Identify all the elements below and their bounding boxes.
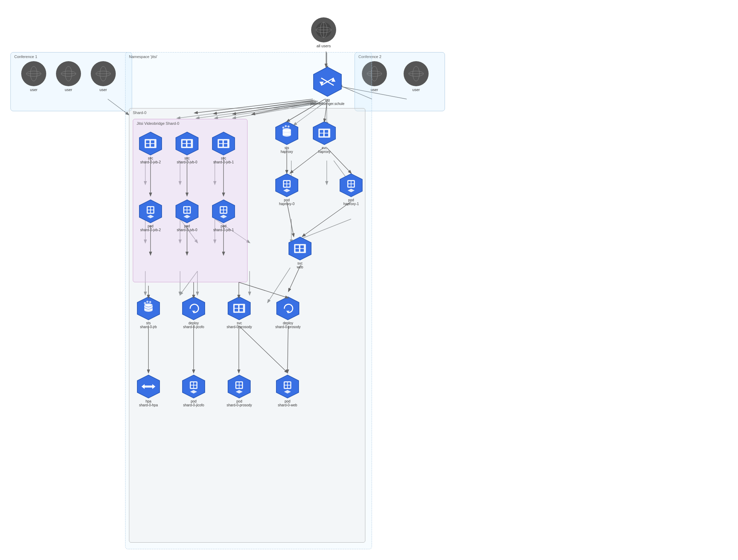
svg-rect-197: [348, 184, 351, 187]
svg-rect-87: [187, 207, 190, 210]
svg-rect-116: [240, 309, 243, 311]
haproxy-pod1: pod haproxy-1: [339, 173, 363, 206]
diagram-container: all users Conference 1 user user user Co: [0, 0, 738, 560]
jvb-group-label: Jitsi Videobridge Shard-0: [137, 121, 179, 125]
web-svc: svc web: [288, 236, 312, 269]
deploy-prosody-name-label: shard-0-prosody: [275, 325, 301, 329]
svg-rect-62: [181, 139, 193, 148]
svc-prosody-name-label: shard-0-prosody: [227, 325, 252, 329]
pod-jvb2-name-label: shard-0-jvb-2: [140, 228, 161, 232]
svg-rect-89: [187, 210, 190, 213]
pod-jicofo-type-label: pod: [191, 399, 197, 403]
svg-rect-191: [287, 184, 290, 187]
all-users-icon: all users: [311, 17, 336, 48]
haproxy-svc-name-label: haproxy: [318, 150, 331, 154]
svg-point-164: [285, 125, 287, 127]
hpa-type-label: hpa: [146, 399, 152, 403]
svg-rect-82: [151, 210, 153, 213]
haproxy-sts: sts haproxy: [275, 121, 299, 154]
conf1-user2-globe: [56, 61, 81, 86]
conf2-user2-label: user: [412, 88, 420, 92]
svg-rect-72: [224, 144, 227, 147]
jvb-group-box: Jitsi Videobridge Shard-0 svc shard-0-jv…: [133, 119, 248, 282]
sts-jrb-type-label: sts: [146, 321, 151, 325]
all-users-globe: [311, 17, 336, 42]
svg-rect-170: [320, 133, 323, 136]
svg-rect-145: [240, 385, 242, 388]
svg-rect-143: [240, 382, 242, 385]
conf1-user1-globe: [21, 61, 46, 86]
svg-rect-190: [284, 184, 286, 187]
svg-rect-205: [300, 249, 304, 252]
svc-jvb1-type-label: svc: [221, 156, 226, 160]
hpa-name-label: shard-0-hpa: [139, 403, 158, 407]
svg-rect-68: [218, 139, 229, 148]
svg-rect-144: [236, 385, 239, 388]
deploy-prosody-type-label: deploy: [283, 321, 293, 325]
svg-rect-152: [288, 385, 290, 388]
conf2-user2-globe: [404, 61, 429, 86]
haproxy-pod1-type-label: pod: [348, 198, 354, 202]
pod-web: pod shard-0-web: [275, 374, 300, 407]
pod-jicofo: pod shard-0-jicofo: [181, 374, 206, 407]
svg-rect-86: [184, 207, 187, 210]
svg-rect-63: [183, 140, 186, 143]
ingress-name-label: jitsi.messenger.schule: [310, 102, 344, 106]
svg-rect-66: [187, 144, 191, 147]
svg-rect-132: [145, 385, 152, 388]
svg-rect-151: [285, 385, 287, 388]
svg-rect-189: [287, 181, 290, 184]
deploy-prosody: deploy shard-0-prosody: [275, 296, 301, 329]
svc-jvb0-name-label: shard-0-jvb-0: [177, 160, 197, 164]
svc-jvb2-type-label: svc: [148, 156, 153, 160]
svg-line-123: [239, 282, 288, 298]
svg-point-106: [144, 302, 146, 304]
svg-rect-70: [224, 140, 227, 143]
haproxy-sts-name-label: haproxy: [281, 150, 293, 154]
svg-point-165: [287, 125, 290, 128]
svg-rect-59: [146, 144, 149, 147]
ingress-icon: ing jitsi.messenger.schule: [310, 66, 344, 106]
conference1-label: Conference 1: [14, 55, 37, 59]
svg-rect-168: [320, 130, 323, 133]
svg-line-127: [239, 326, 287, 373]
web-svc-type-label: svc: [298, 261, 303, 265]
sts-jrb: sts shard-0-jrb: [136, 296, 161, 329]
conference1-box: Conference 1 user user user: [10, 52, 132, 111]
conf1-user2: user: [56, 61, 81, 92]
svg-rect-112: [233, 304, 245, 313]
svg-rect-135: [191, 382, 193, 385]
svg-rect-195: [348, 181, 351, 184]
all-users-label: all users: [317, 44, 331, 48]
pod-prosody-type-label: pod: [236, 399, 242, 403]
shard0-box: Shard-0 Jitsi Videobridge Shard-0 svc: [129, 108, 365, 543]
svg-rect-60: [151, 144, 154, 147]
svg-rect-142: [236, 382, 239, 385]
svg-rect-136: [194, 382, 196, 385]
haproxy-pod0-name-label: haproxy-0: [279, 202, 294, 206]
svg-rect-56: [145, 139, 156, 148]
svg-rect-201: [294, 244, 306, 253]
svg-rect-93: [221, 207, 223, 210]
pod-jicofo-name-label: shard-0-jicofo: [183, 403, 204, 407]
haproxy-sts-type-label: sts: [285, 146, 289, 150]
haproxy-svc-type-label: svc: [322, 146, 327, 150]
svg-marker-109: [183, 297, 205, 320]
shard0-label: Shard-0: [133, 111, 146, 115]
conf1-user3-globe: [91, 61, 116, 86]
ingress-type-label: ing: [325, 98, 330, 102]
conf2-user2: user: [404, 61, 429, 92]
svg-rect-71: [219, 144, 222, 147]
conf1-user1: user: [21, 61, 46, 92]
deploy-jicofo: deploy shard-0-jicofo: [181, 296, 206, 329]
svg-rect-137: [191, 385, 193, 388]
svg-marker-117: [277, 297, 299, 320]
web-svc-name-label: web: [297, 265, 303, 269]
svg-rect-94: [224, 207, 226, 210]
svg-rect-113: [235, 305, 238, 308]
svc-prosody: svc shard-0-prosody: [227, 296, 252, 329]
pod-jvb2-type-label: pod: [148, 224, 154, 228]
svg-rect-57: [146, 140, 149, 143]
pod-prosody-name-label: shard-0-prosody: [227, 403, 252, 407]
haproxy-pod0: pod haproxy-0: [275, 173, 299, 206]
